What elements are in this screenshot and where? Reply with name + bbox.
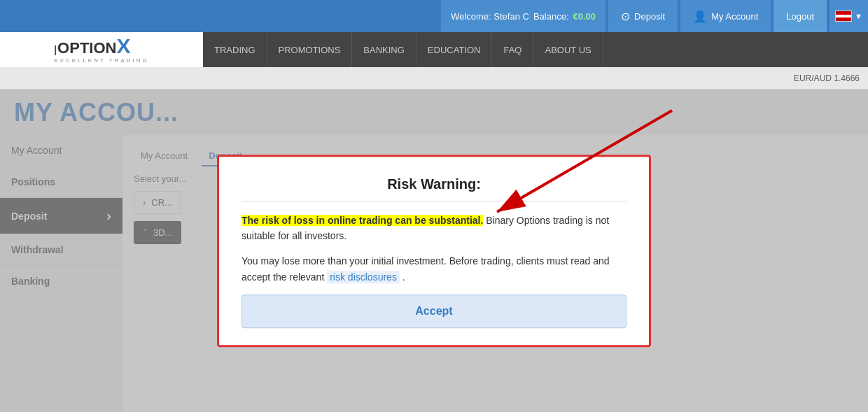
logo-area: | OPTION X EXCELLENT TRADING <box>0 32 203 67</box>
welcome-area: Welcome: Stefan C Balance: €0.00 <box>441 0 606 32</box>
modal-para1: The risk of loss in online trading can b… <box>241 213 626 244</box>
ticker-text: EUR/AUD 1.4666 <box>794 73 860 83</box>
ticker-bar: EUR/AUD 1.4666 <box>0 67 868 90</box>
accept-button[interactable]: Accept <box>241 294 626 328</box>
nav-bar: | OPTION X EXCELLENT TRADING TRADING PRO… <box>0 32 868 67</box>
logo: | OPTION X EXCELLENT TRADING <box>54 36 149 64</box>
modal-para2: You may lose more than your initial inve… <box>241 254 626 285</box>
risk-disclosures-link[interactable]: risk disclosures <box>327 271 400 283</box>
risk-warning-modal: Risk Warning: The risk of loss in online… <box>217 155 651 348</box>
deposit-button[interactable]: ⊙ Deposit <box>608 0 678 32</box>
logo-subtitle: EXCELLENT TRADING <box>54 57 149 64</box>
logo-option: OPTION <box>57 39 116 57</box>
welcome-text: Welcome: Stefan C <box>451 11 529 22</box>
modal-body: The risk of loss in online trading can b… <box>241 213 626 285</box>
logo-x: X <box>116 36 130 57</box>
modal-title: Risk Warning: <box>241 176 626 201</box>
para2-end: . <box>400 271 405 283</box>
nav-education[interactable]: EDUCATION <box>416 32 493 67</box>
top-bar: Welcome: Stefan C Balance: €0.00 ⊙ Depos… <box>0 0 868 32</box>
deposit-icon: ⊙ <box>621 10 630 23</box>
main-content: MY ACCOU... My Account Positions Deposit… <box>0 90 868 412</box>
balance-label: Balance: <box>533 11 569 22</box>
nav-banking[interactable]: BANKING <box>352 32 416 67</box>
flag-icon <box>835 10 852 22</box>
nav-trading[interactable]: TRADING <box>203 32 267 67</box>
language-selector[interactable]: ▼ <box>830 0 868 32</box>
user-icon: 👤 <box>693 10 707 23</box>
logout-button[interactable]: Logout <box>774 0 827 32</box>
highlight-text: The risk of loss in online trading can b… <box>241 215 483 226</box>
para2-start: You may lose more than your initial inve… <box>241 256 610 283</box>
myaccount-button[interactable]: 👤 My Account <box>680 0 771 32</box>
balance-value: €0.00 <box>573 11 596 22</box>
nav-promotions[interactable]: PROMOTIONS <box>267 32 353 67</box>
nav-aboutus[interactable]: ABOUT US <box>533 32 603 67</box>
nav-faq[interactable]: FAQ <box>492 32 533 67</box>
